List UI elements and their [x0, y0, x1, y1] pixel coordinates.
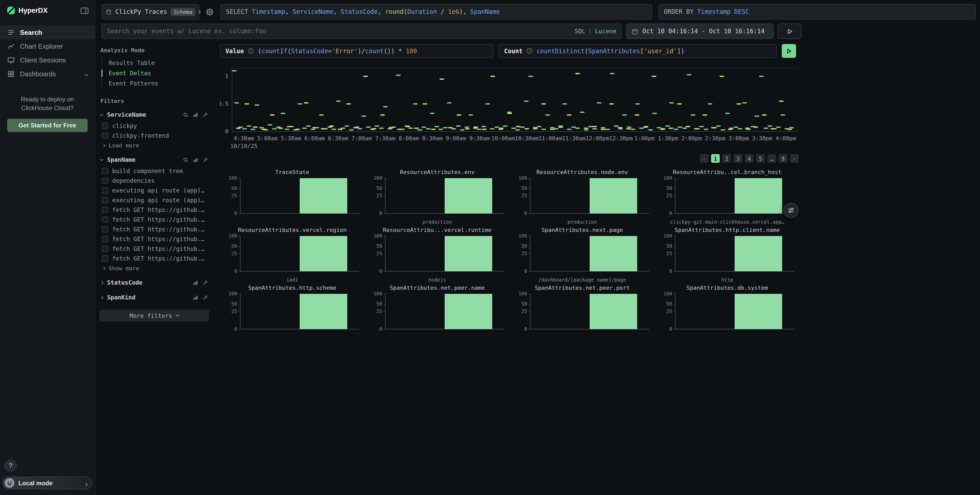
get-started-button[interactable]: Get Started for Free: [7, 119, 88, 132]
sidebar-item-dashboards[interactable]: Dashboards: [0, 67, 95, 81]
count-expression-input[interactable]: Count i countDistinct(SpanAttributes['us…: [498, 44, 776, 58]
chart-icon[interactable]: [192, 295, 198, 300]
checkbox[interactable]: [102, 122, 108, 129]
sidebar-item-client-sessions[interactable]: Client Sessions: [0, 53, 95, 67]
sidebar-item-search[interactable]: Search: [0, 25, 95, 40]
analysis-mode-results-table[interactable]: Results Table: [102, 58, 209, 68]
mini-chart-spanattributes-net-peer-port[interactable]: SpanAttributes.net.peer.port025501008443: [510, 285, 655, 334]
mini-chart-resourceattribu-vercel-runtime[interactable]: ResourceAttribu...vercel.runtime02550100…: [365, 227, 510, 285]
filter-option[interactable]: clickpy: [99, 121, 209, 130]
filter-option[interactable]: fetch GET https://github.…: [99, 244, 209, 253]
mini-chart-title: ResourceAttributes.env: [400, 169, 474, 176]
filter-option[interactable]: executing api route (app)…: [99, 185, 209, 195]
pagination-page-3[interactable]: 3: [733, 154, 742, 163]
mini-chart-resourceattributes-node-env[interactable]: ResourceAttributes.node.env02550100produ…: [510, 169, 655, 227]
search-icon[interactable]: [183, 112, 189, 117]
help-button[interactable]: ?: [4, 459, 17, 472]
filter-option-label: fetch GET https://github.…: [112, 255, 204, 262]
checkbox[interactable]: [102, 206, 108, 213]
more-filters-button[interactable]: More filters: [99, 310, 209, 322]
checkbox[interactable]: [102, 255, 108, 261]
pin-icon[interactable]: [202, 112, 208, 117]
filter-group-header[interactable]: SpanName: [99, 154, 209, 166]
filter-option[interactable]: fetch GET https://github.…: [99, 224, 209, 234]
filter-option-label: fetch GET https://github.…: [112, 235, 204, 243]
pagination-prev[interactable]: ‹: [700, 154, 708, 163]
checkbox[interactable]: [102, 216, 108, 222]
date-range-picker[interactable]: Oct 10 04:16:14 - Oct 10 16:16:14: [626, 24, 773, 39]
mini-chart-spanattributes-http-scheme[interactable]: SpanAttributes.http.scheme02550100https: [220, 285, 365, 334]
sidebar-item-chart-explorer[interactable]: Chart Explorer: [0, 40, 95, 53]
count-label: Count: [504, 48, 523, 54]
sidebar-collapse-icon[interactable]: [80, 7, 89, 14]
checkbox[interactable]: [102, 132, 108, 138]
pin-icon[interactable]: [202, 280, 208, 286]
filter-group-header[interactable]: ServiceName: [99, 108, 209, 121]
sql-mode-toggle[interactable]: SQL: [574, 28, 585, 35]
filter-option[interactable]: build component tree: [99, 166, 209, 176]
value-expression: (countIf(StatusCode='Error')/count()) * …: [258, 48, 417, 54]
source-select[interactable]: ClickPy Traces Schema ▲▼: [102, 4, 199, 19]
checkbox[interactable]: [102, 178, 108, 184]
pin-icon[interactable]: [202, 157, 208, 162]
mini-chart-title: ResourceAttribu..cel.branch_host: [673, 169, 781, 176]
lucene-mode-toggle[interactable]: Lucene: [595, 28, 616, 35]
checkbox[interactable]: [102, 168, 108, 174]
chart-icon[interactable]: [192, 157, 198, 162]
filter-group-header[interactable]: StatusCode: [99, 276, 209, 289]
mode-separator: |: [589, 28, 592, 35]
analysis-mode-event-deltas[interactable]: Event Deltas: [102, 68, 209, 78]
event-deltas-chart-container[interactable]: 00.514:30am5:00am5:30am6:00am6:30am7:00a…: [220, 64, 800, 151]
search-submit-button[interactable]: [778, 24, 801, 39]
mini-chart-tracestate[interactable]: TraceState02550100: [220, 169, 365, 227]
pagination-page-2[interactable]: 2: [722, 154, 731, 163]
svg-text:0: 0: [234, 268, 237, 274]
mini-chart-spanattributes-db-system[interactable]: SpanAttributes.db.system02550100clickhou…: [655, 285, 800, 334]
gear-icon[interactable]: [205, 8, 214, 16]
filter-group-name: SpanName: [107, 156, 135, 163]
checkbox[interactable]: [102, 246, 108, 252]
pagination-page-9[interactable]: 9: [779, 154, 788, 163]
checkbox[interactable]: [102, 187, 108, 193]
order-by-input[interactable]: ORDER BY Timestamp DESC: [658, 4, 976, 19]
language-toggle: SQL | Lucene: [574, 28, 616, 35]
search-icon[interactable]: [183, 157, 189, 162]
pin-icon[interactable]: [202, 295, 208, 300]
pagination-ellipsis[interactable]: …: [767, 154, 776, 163]
pagination-page-4[interactable]: 4: [745, 154, 754, 163]
mini-chart-resourceattribu-cel-branch-host[interactable]: ResourceAttribu..cel.branch_host02550100…: [655, 169, 800, 227]
pagination-page-5[interactable]: 5: [756, 154, 765, 163]
value-expression-input[interactable]: Value i (countIf(StatusCode='Error')/cou…: [220, 44, 493, 58]
svg-text:25: 25: [521, 251, 527, 256]
mini-chart-resourceattributes-env[interactable]: ResourceAttributes.env02550100production: [365, 169, 510, 227]
filter-load-more[interactable]: Load more: [99, 140, 209, 151]
filter-option[interactable]: dependencies: [99, 176, 209, 185]
checkbox[interactable]: [102, 236, 108, 242]
schema-badge[interactable]: Schema: [170, 8, 195, 16]
chart-icon[interactable]: [192, 112, 198, 117]
mini-chart-spanattributes-http-client-name[interactable]: SpanAttributes.http.client.name02550100h…: [655, 227, 800, 285]
checkbox[interactable]: [102, 226, 108, 232]
filter-option[interactable]: executing api route (app)…: [99, 195, 209, 205]
filter-option[interactable]: clickpy-frontend: [99, 130, 209, 140]
filter-option[interactable]: fetch GET https://github.…: [99, 214, 209, 224]
pagination-next[interactable]: ›: [790, 154, 799, 163]
filter-option[interactable]: fetch GET https://github.…: [99, 205, 209, 214]
filter-option[interactable]: fetch GET https://github.…: [99, 234, 209, 244]
filter-show-more[interactable]: Show more: [99, 263, 209, 274]
svg-text:7:30am: 7:30am: [375, 135, 395, 141]
local-mode-pill[interactable]: U Local mode: [3, 477, 92, 489]
chart-options-fab[interactable]: [783, 203, 799, 218]
mini-chart-resourceattributes-vercel-region[interactable]: ResourceAttributes.vercel.region02550100…: [220, 227, 365, 285]
mini-chart-spanattributes-next-page[interactable]: SpanAttributes.next.page02550100/dashboa…: [510, 227, 655, 285]
sql-select-input[interactable]: SELECT Timestamp, ServiceName, StatusCod…: [220, 4, 652, 19]
pagination-page-1[interactable]: 1: [711, 154, 720, 163]
search-input[interactable]: [107, 28, 574, 35]
analysis-mode-event-patterns[interactable]: Event Patterns: [102, 78, 209, 89]
mini-chart-spanattributes-net-peer-name[interactable]: SpanAttributes.net.peer.name02550100z5nr…: [365, 285, 510, 334]
filter-option[interactable]: fetch GET https://github.…: [99, 253, 209, 263]
run-query-button[interactable]: [782, 44, 796, 58]
filter-group-header[interactable]: SpanKind: [99, 291, 209, 303]
chart-icon[interactable]: [192, 280, 198, 286]
checkbox[interactable]: [102, 197, 108, 203]
